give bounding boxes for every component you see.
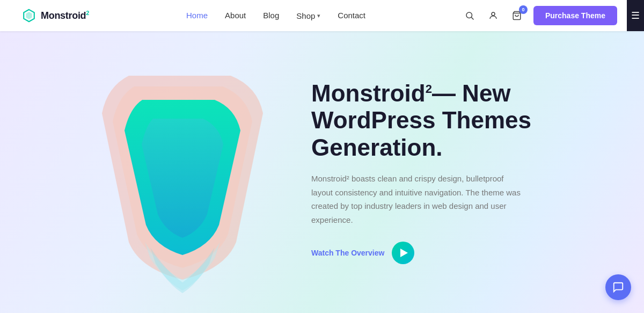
logo-icon <box>21 8 36 23</box>
nav-item-about[interactable]: About <box>225 11 246 20</box>
nav-item-blog[interactable]: Blog <box>263 11 279 20</box>
nav-item-shop[interactable]: Shop ▾ <box>296 11 320 20</box>
svg-point-2 <box>492 12 495 16</box>
nav-item-home[interactable]: Home <box>186 11 208 20</box>
nav-menu: Home About Blog Shop ▾ Contact <box>186 11 365 20</box>
cart-button[interactable]: 0 <box>510 9 524 23</box>
watch-overview-link[interactable]: Watch The Overview <box>311 249 384 257</box>
svg-line-1 <box>471 17 473 19</box>
account-button[interactable] <box>486 9 500 23</box>
chat-button[interactable] <box>605 274 631 300</box>
hero-section: Monstroid2— New WordPress Themes Generat… <box>0 31 644 313</box>
logo-link[interactable]: Monstroid2 <box>21 8 89 23</box>
hero-content: Monstroid2— New WordPress Themes Generat… <box>311 59 590 286</box>
dark-toggle-button[interactable]: ☰ <box>627 0 644 31</box>
search-icon <box>465 11 474 20</box>
play-button[interactable] <box>392 242 414 264</box>
chevron-down-icon: ▾ <box>317 12 320 19</box>
hero-description: Monstroid² boasts clean and crispy desig… <box>311 172 526 227</box>
chat-icon <box>612 281 624 293</box>
svg-point-0 <box>466 12 472 18</box>
navbar: Monstroid2 Home About Blog Shop ▾ Contac… <box>0 0 644 31</box>
purchase-theme-button[interactable]: Purchase Theme <box>533 6 617 25</box>
hero-title: Monstroid2— New WordPress Themes Generat… <box>311 80 569 162</box>
search-button[interactable] <box>463 9 477 23</box>
nav-item-contact[interactable]: Contact <box>338 11 365 20</box>
cart-badge: 0 <box>519 5 528 14</box>
logo-text: Monstroid2 <box>41 10 89 21</box>
nav-actions: 0 Purchase Theme ☰ <box>463 0 623 31</box>
hero-illustration <box>32 43 322 301</box>
user-icon <box>488 11 498 20</box>
hero-cta: Watch The Overview <box>311 242 569 264</box>
menu-icon: ☰ <box>631 10 640 21</box>
